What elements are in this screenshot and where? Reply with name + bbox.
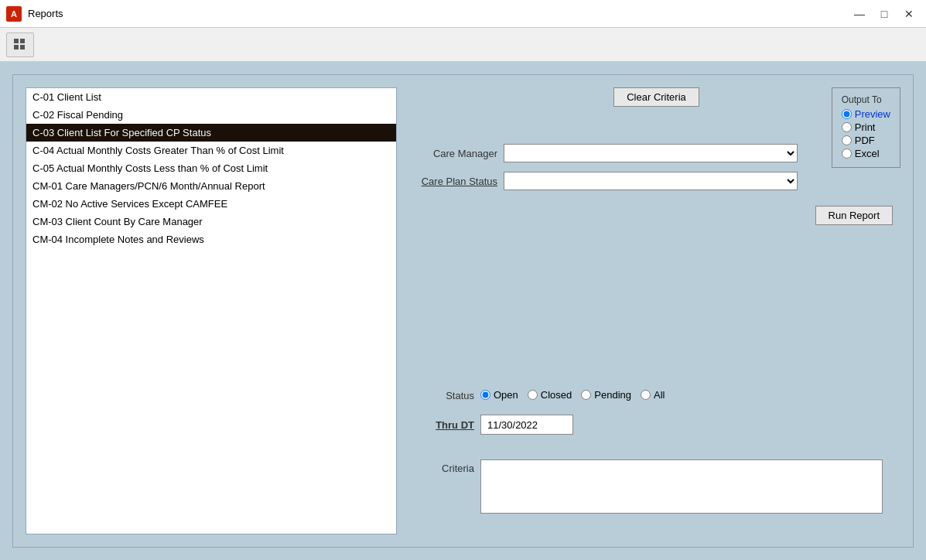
care-manager-row: Care Manager	[412, 144, 900, 162]
minimize-button[interactable]: —	[849, 5, 870, 23]
main-content: C-01 Client ListC-02 Fiscal PendingC-03 …	[0, 62, 926, 560]
panel: C-01 Client ListC-02 Fiscal PendingC-03 …	[12, 74, 914, 548]
care-manager-select[interactable]	[504, 144, 798, 162]
status-label-closed: Closed	[541, 389, 572, 401]
fields-section: Care Manager Care Plan Status	[412, 141, 900, 190]
title-bar-controls: — □ ✕	[849, 5, 920, 23]
output-option-pdf[interactable]: PDF	[842, 135, 890, 146]
list-item-cm01[interactable]: CM-01 Care Managers/PCN/6 Month/Annual R…	[26, 177, 396, 195]
toolbar	[0, 28, 926, 62]
output-label-pdf: PDF	[855, 135, 875, 146]
top-bar: Clear Criteria	[412, 87, 900, 107]
care-plan-status-label: Care Plan Status	[412, 176, 497, 187]
thru-dt-label: Thru DT	[412, 419, 474, 431]
status-label-pending: Pending	[594, 389, 631, 401]
status-label: Status	[412, 390, 474, 401]
status-radio-closed[interactable]	[528, 390, 538, 400]
output-radio-preview[interactable]	[842, 109, 852, 119]
svg-rect-2	[14, 45, 19, 50]
status-row: Status OpenClosedPendingAll	[412, 389, 900, 402]
status-option-all[interactable]: All	[641, 389, 665, 401]
status-label-open: Open	[494, 389, 518, 401]
maximize-button[interactable]: □	[873, 5, 895, 23]
title-bar-left: A Reports	[6, 6, 63, 22]
grid-icon	[13, 38, 27, 52]
bottom-section: Status OpenClosedPendingAll Thru DT Crit…	[412, 234, 900, 514]
status-radio-open[interactable]	[480, 390, 490, 400]
list-item-cm04[interactable]: CM-04 Incomplete Notes and Reviews	[26, 230, 396, 248]
output-option-preview[interactable]: Preview	[842, 108, 890, 120]
list-item-cm02[interactable]: CM-02 No Active Services Except CAMFEE	[26, 195, 396, 213]
output-radio-pdf[interactable]	[842, 135, 852, 145]
run-report-button[interactable]: Run Report	[815, 206, 893, 225]
status-option-open[interactable]: Open	[480, 389, 518, 401]
list-item-cm03[interactable]: CM-03 Client Count By Care Manager	[26, 213, 396, 230]
svg-rect-1	[20, 39, 25, 43]
output-radio-print[interactable]	[842, 122, 852, 132]
output-option-excel[interactable]: Excel	[842, 148, 890, 159]
svg-rect-3	[20, 45, 25, 50]
output-radio-excel[interactable]	[842, 149, 852, 159]
status-radio-pending[interactable]	[581, 390, 591, 400]
list-item-c03[interactable]: C-03 Client List For Specified CP Status	[26, 124, 396, 142]
output-label-excel: Excel	[855, 148, 880, 159]
status-options: OpenClosedPendingAll	[480, 389, 665, 402]
grid-icon-button[interactable]	[6, 32, 34, 57]
status-option-pending[interactable]: Pending	[581, 389, 631, 401]
clear-criteria-button[interactable]: Clear Criteria	[613, 87, 699, 107]
window-title: Reports	[28, 8, 63, 19]
run-report-row: Run Report	[412, 206, 900, 225]
criteria-row: Criteria	[412, 459, 900, 514]
output-option-print[interactable]: Print	[842, 121, 890, 133]
output-to-group: Output To PreviewPrintPDFExcel	[832, 87, 900, 168]
svg-rect-0	[14, 39, 19, 43]
care-plan-status-select[interactable]	[504, 172, 798, 190]
thru-dt-row: Thru DT	[412, 415, 900, 435]
output-to-title: Output To	[842, 94, 890, 105]
report-list: C-01 Client ListC-02 Fiscal PendingC-03 …	[26, 87, 397, 534]
output-label-print: Print	[855, 121, 876, 133]
list-item-c05[interactable]: C-05 Actual Monthly Costs Less than % of…	[26, 159, 396, 177]
app-icon: A	[6, 6, 22, 22]
criteria-textarea[interactable]	[480, 459, 883, 514]
title-bar: A Reports — □ ✕	[0, 0, 926, 28]
status-option-closed[interactable]: Closed	[528, 389, 572, 401]
list-item-c02[interactable]: C-02 Fiscal Pending	[26, 106, 396, 124]
criteria-label: Criteria	[412, 459, 474, 474]
close-button[interactable]: ✕	[898, 5, 920, 23]
list-item-c04[interactable]: C-04 Actual Monthly Costs Greater Than %…	[26, 142, 396, 159]
care-plan-status-row: Care Plan Status	[412, 172, 900, 190]
output-label-preview: Preview	[855, 108, 890, 120]
thru-dt-input[interactable]	[480, 415, 573, 435]
right-panel: Clear Criteria Output To PreviewPrintPDF…	[412, 87, 900, 534]
care-manager-label: Care Manager	[412, 148, 497, 159]
list-item-c01[interactable]: C-01 Client List	[26, 88, 396, 106]
status-label-all: All	[654, 389, 665, 401]
status-radio-all[interactable]	[641, 390, 651, 400]
